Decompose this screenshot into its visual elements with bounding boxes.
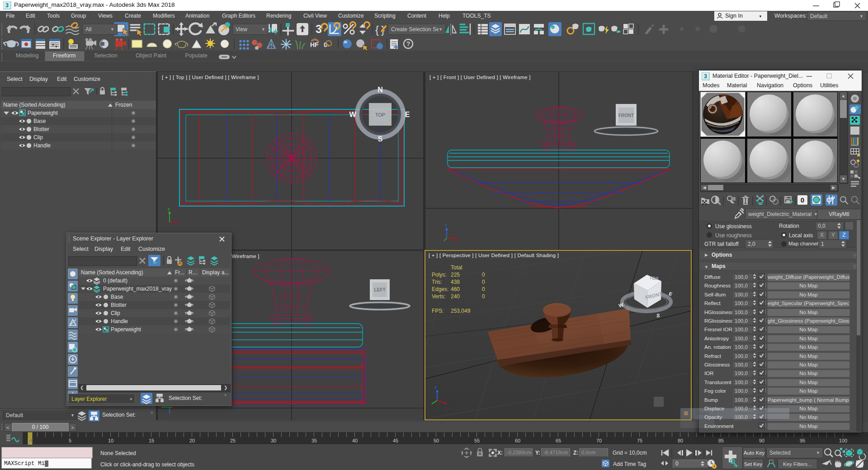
svg-text:3: 3 <box>316 23 322 35</box>
svg-text:z: z <box>445 223 447 227</box>
svg-text:y: y <box>168 207 170 211</box>
svg-text:{: { <box>375 24 379 36</box>
svg-text:HF: HF <box>310 41 319 48</box>
svg-text:S: S <box>378 135 383 143</box>
svg-text:W: W <box>349 111 356 118</box>
svg-text:E: E <box>405 111 410 118</box>
svg-text:3: 3 <box>704 73 707 80</box>
svg-text:3: 3 <box>5 2 9 9</box>
svg-text:x: x <box>456 240 458 245</box>
svg-text:TOP: TOP <box>375 112 385 118</box>
svg-text:FRONT: FRONT <box>618 113 634 118</box>
svg-text:?: ? <box>406 40 410 47</box>
svg-text:N: N <box>377 86 383 94</box>
